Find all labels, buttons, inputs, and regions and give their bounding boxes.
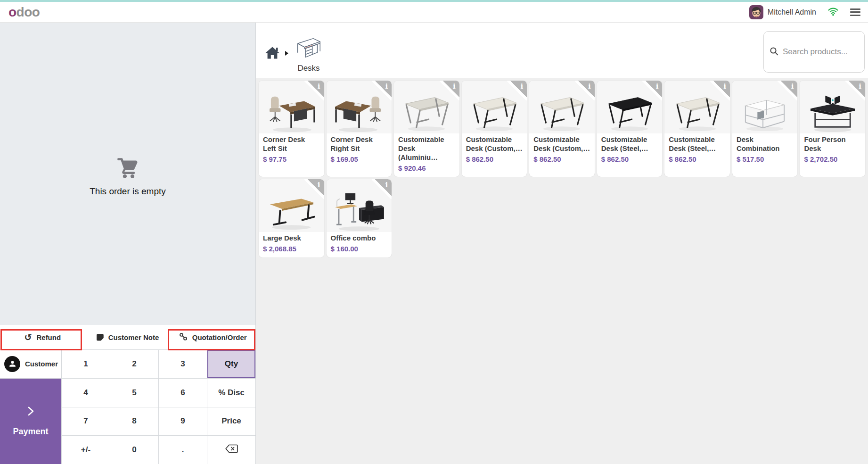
desks-category-image [294, 34, 323, 62]
product-card-customizable-desk-aluminium[interactable]: i Customizable Desk (Aluminiu… $ 920.46 [394, 81, 459, 177]
numpad-key-5[interactable]: 5 [110, 379, 158, 407]
numpad-key-8[interactable]: 8 [110, 407, 158, 436]
product-price: $ 97.75 [263, 155, 320, 163]
numpad-key-4[interactable]: 4 [62, 379, 110, 407]
payment-label: Payment [13, 427, 48, 437]
refund-button[interactable]: ↺ Refund [0, 325, 85, 349]
navbar: odoo Mitchell Admin [0, 0, 868, 23]
product-card-customizable-desk-custom-1[interactable]: i Customizable Desk (Custom,… $ 862.50 [462, 81, 527, 177]
category-label: Desks [297, 64, 319, 73]
numpad-key-plusminus[interactable]: +/- [62, 436, 110, 464]
info-icon: i [791, 82, 794, 91]
product-card-four-person-desk[interactable]: i Four Person Desk $ 2,702.50 [800, 81, 865, 177]
customer-button[interactable]: Customer [0, 350, 61, 378]
navbar-right: Mitchell Admin [749, 5, 860, 19]
quotation-order-button[interactable]: Quotation/Order [170, 325, 255, 349]
product-info-corner[interactable]: i [372, 179, 392, 199]
product-name: Customizable Desk (Custom,… [466, 135, 523, 153]
product-price: $ 169.05 [331, 155, 388, 163]
info-icon: i [656, 82, 659, 91]
product-info-corner[interactable]: i [778, 81, 797, 100]
info-icon: i [453, 82, 456, 91]
product-card-customizable-desk-steel-2[interactable]: i Customizable Desk (Steel,… $ 862.50 [664, 81, 730, 177]
backspace-icon [225, 444, 238, 456]
payment-button[interactable]: Payment [0, 379, 61, 464]
product-info-corner[interactable]: i [642, 81, 662, 100]
info-icon: i [318, 82, 320, 91]
products-panel: Desks [256, 23, 868, 464]
product-card-corner-desk-right-sit[interactable]: i Corner Desk Right Sit $ 169.05 [327, 81, 392, 177]
chevron-right-icon [25, 406, 36, 419]
customer-label: Customer [25, 360, 58, 368]
numpad-key-7[interactable]: 7 [62, 407, 110, 436]
product-price: $ 2,702.50 [804, 155, 861, 163]
product-info-corner[interactable]: i [845, 81, 865, 100]
cart-icon [115, 155, 140, 180]
numpad-key-decimal[interactable]: . [159, 436, 207, 464]
product-info-corner[interactable]: i [710, 81, 730, 100]
category-desks[interactable]: Desks [294, 34, 323, 73]
product-price: $ 862.50 [601, 155, 658, 163]
numpad-mode-discount[interactable]: % Disc [207, 379, 255, 407]
numpad-mode-price[interactable]: Price [207, 407, 255, 436]
search-icon [770, 47, 778, 58]
customer-note-label: Customer Note [108, 333, 159, 341]
product-info-corner[interactable]: i [507, 81, 527, 100]
info-icon: i [318, 181, 320, 189]
order-controls-block: ↺ Refund Customer Note [0, 325, 255, 464]
products-subheader: Desks [256, 23, 868, 78]
customer-note-button[interactable]: Customer Note [85, 325, 171, 349]
product-info-corner[interactable]: i [304, 179, 324, 199]
info-icon: i [521, 82, 524, 91]
numpad-key-2[interactable]: 2 [110, 350, 158, 378]
search-products-input[interactable] [783, 47, 859, 57]
product-name: Corner Desk Right Sit [331, 135, 388, 153]
info-icon: i [385, 181, 388, 189]
refund-label: Refund [36, 333, 61, 341]
product-info-corner[interactable]: i [372, 81, 392, 100]
info-icon: i [723, 82, 726, 91]
product-name: Customizable Desk (Steel,… [601, 135, 658, 153]
product-name: Customizable Desk (Custom,… [533, 135, 590, 153]
numpad-key-0[interactable]: 0 [110, 436, 158, 464]
numpad-key-6[interactable]: 6 [159, 379, 207, 407]
empty-order-block: This order is empty [0, 155, 255, 197]
product-name: Large Desk [263, 234, 320, 243]
top-accent-bar [0, 0, 868, 2]
product-card-office-combo[interactable]: i Office combo $ 160.00 [327, 179, 392, 257]
hamburger-menu-icon[interactable] [850, 8, 860, 17]
product-info-corner[interactable]: i [440, 81, 459, 100]
product-price: $ 2,068.85 [263, 245, 320, 253]
product-name: Office combo [331, 234, 388, 243]
product-card-desk-combination[interactable]: i Desk Combination $ 517.50 [732, 81, 798, 177]
numpad-mode-qty[interactable]: Qty [207, 350, 255, 378]
product-price: $ 862.50 [466, 155, 523, 163]
product-price: $ 517.50 [737, 155, 794, 163]
numpad-key-3[interactable]: 3 [159, 350, 207, 378]
numpad: Customer Payment 1 2 3 Qty 4 5 6 [0, 349, 255, 464]
numpad-key-9[interactable]: 9 [159, 407, 207, 436]
user-name: Mitchell Admin [768, 8, 816, 17]
product-card-customizable-desk-steel-1[interactable]: i Customizable Desk (Steel,… $ 862.50 [597, 81, 663, 177]
product-card-corner-desk-left-sit[interactable]: i Corner Desk Left Sit $ 97.75 [259, 81, 324, 177]
user-avatar [749, 5, 763, 19]
home-icon [265, 46, 280, 61]
link-icon [179, 332, 188, 342]
product-card-large-desk[interactable]: i Large Desk $ 2,068.85 [259, 179, 324, 257]
user-menu[interactable]: Mitchell Admin [749, 5, 816, 19]
product-name: Customizable Desk (Aluminiu… [398, 135, 455, 162]
note-icon [97, 334, 104, 341]
numpad-key-backspace[interactable] [207, 436, 255, 464]
empty-order-message: This order is empty [90, 186, 166, 197]
product-card-customizable-desk-custom-2[interactable]: i Customizable Desk (Custom,… $ 862.50 [529, 81, 595, 177]
home-button[interactable] [262, 42, 283, 64]
numpad-key-1[interactable]: 1 [62, 350, 110, 378]
pos-app: odoo Mitchell Admin [0, 0, 868, 464]
product-info-corner[interactable]: i [304, 81, 324, 100]
control-buttons-row: ↺ Refund Customer Note [0, 325, 255, 349]
main-area: This order is empty ↺ Refund Customer No… [0, 23, 868, 464]
product-price: $ 160.00 [331, 245, 388, 253]
product-info-corner[interactable]: i [575, 81, 595, 100]
refund-icon: ↺ [25, 333, 32, 342]
breadcrumb-caret-icon [285, 51, 288, 56]
